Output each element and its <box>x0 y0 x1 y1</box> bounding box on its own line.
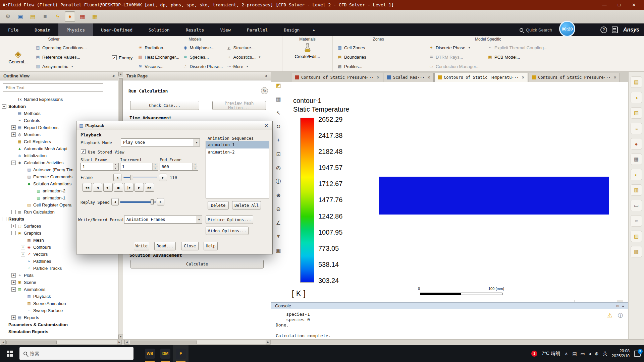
info-icon[interactable]: ⓘ <box>273 176 284 187</box>
graphics-tab[interactable]: Contours of Static Temperatu··· ✕ <box>434 73 528 82</box>
tree-toggle-icon[interactable]: + <box>21 245 25 249</box>
delete-all-button[interactable]: Delete All <box>232 201 261 209</box>
console-output[interactable]: species-1 species-0Done.Calculation comp… <box>271 309 628 339</box>
ribbon-item[interactable]: ▥ Heat Exchanger... <box>136 52 181 62</box>
tree-toggle-icon[interactable]: − <box>11 161 16 165</box>
step-forward-button[interactable]: |▶ <box>124 183 133 192</box>
close-icon[interactable]: ✕ <box>522 75 525 80</box>
ribbon-item[interactable]: ◉ Multiphase... <box>181 43 225 52</box>
console-detach-icon[interactable]: ⊞ <box>616 304 619 308</box>
last-frame-button[interactable]: ▶▶ <box>145 183 154 192</box>
slider-thumb[interactable] <box>130 175 133 180</box>
tree-toggle-icon[interactable] <box>11 139 16 144</box>
menu-tab[interactable]: Results <box>178 23 212 36</box>
tree-toggle-icon[interactable]: − <box>2 104 6 109</box>
tree-toggle-icon[interactable]: − <box>2 217 6 221</box>
tree-toggle-icon[interactable] <box>11 118 16 123</box>
minimize-button[interactable]: — <box>597 0 612 10</box>
grid-gold-icon[interactable]: ▦ <box>90 11 100 22</box>
journal-panel-icon[interactable] <box>612 26 618 33</box>
tree-toggle-icon[interactable] <box>21 175 25 179</box>
end-frame-spinner[interactable]: ▲▼ <box>160 163 198 171</box>
fill-section-icon[interactable]: ▼ <box>273 231 284 242</box>
timer-badge[interactable]: 00:20 <box>559 21 575 37</box>
tray-storage-icon[interactable]: ▭ <box>581 351 585 356</box>
maximize-button[interactable]: □ <box>612 0 627 10</box>
first-frame-button[interactable]: ◀◀ <box>83 183 92 192</box>
tray-network-icon[interactable]: ⊕ <box>595 351 599 356</box>
tree-toggle-icon[interactable] <box>30 189 35 193</box>
warning-icon[interactable]: ⚠ <box>607 312 612 319</box>
ribbon-item[interactable]: + Discrete Phase ▼ <box>427 43 486 52</box>
record-format-select[interactable]: Animation Frames ▼ <box>124 216 202 224</box>
tree-toggle-icon[interactable] <box>21 308 25 313</box>
composite-icon[interactable]: ▩ <box>631 246 642 257</box>
taskbar-clock[interactable]: 20:08 2025/2/10 <box>612 349 630 359</box>
check-case-button[interactable]: Check Case... <box>130 101 199 110</box>
plot-window-icon[interactable]: ≈ <box>631 215 642 227</box>
console-header[interactable]: Console ⊞≡ <box>271 302 628 309</box>
create-edit-materials-button[interactable]: Create/Edit... <box>292 43 323 59</box>
graphics-tab[interactable]: Contours of Static Pressure··· ✕ <box>529 73 620 82</box>
increment-input[interactable] <box>120 163 152 170</box>
collapse-panel-icon[interactable]: < <box>265 74 267 78</box>
tree-item[interactable]: ▥ Scene Animation <box>0 300 118 307</box>
animation-sequence-item[interactable]: animation-1 <box>206 141 269 148</box>
workbench-app[interactable]: WB <box>142 345 158 362</box>
menu-tab[interactable]: Solution <box>141 23 178 36</box>
graphics-tab[interactable]: Scaled Res··· ✕ <box>384 73 434 82</box>
tree-toggle-icon[interactable]: − <box>11 287 16 292</box>
frame-slider[interactable] <box>123 174 157 181</box>
ribbon-item[interactable]: ∴ Discrete Phase... <box>181 62 225 71</box>
tree-toggle-icon[interactable] <box>21 301 25 306</box>
menu-tab[interactable]: Design <box>276 23 308 36</box>
console-menu-icon[interactable]: ≡ <box>622 304 624 308</box>
tree-item[interactable]: ▤ Methods <box>0 110 118 117</box>
spinner-arrows[interactable]: ▲▼ <box>152 163 158 170</box>
workbench-icon[interactable]: ⚙ <box>3 11 13 22</box>
tree-toggle-icon[interactable] <box>11 154 16 158</box>
tree-toggle-icon[interactable]: + <box>11 315 16 320</box>
delete-button[interactable]: Delete <box>208 201 229 209</box>
taskbar-search-input[interactable] <box>30 351 110 356</box>
playback-mode-select[interactable]: Play Once ▼ <box>121 138 200 146</box>
notification-center-icon[interactable]: 5 <box>634 351 641 357</box>
outline-hscrollbar[interactable]: ◀ ▶ <box>1 340 122 345</box>
tree-toggle-icon[interactable]: + <box>21 252 25 256</box>
layout-grid-icon[interactable]: ▦ <box>273 94 284 104</box>
ribbon-item[interactable]: ≣ DTRM Rays... <box>427 52 486 62</box>
tree-item[interactable]: − ▥ Animations <box>0 286 118 293</box>
design-modeler-app[interactable]: DM <box>158 345 173 362</box>
write-button[interactable]: Write <box>134 242 149 250</box>
close-icon[interactable]: ✕ <box>377 75 380 80</box>
pan-icon[interactable]: + <box>273 135 284 145</box>
frame-forward-button[interactable]: ▶ <box>159 174 167 181</box>
spinner-arrows[interactable]: ▲▼ <box>113 163 118 170</box>
zoom-out-icon[interactable]: ⊖ <box>273 203 284 214</box>
probe-icon[interactable]: ◎ <box>273 162 284 173</box>
tree-toggle-icon[interactable] <box>21 266 25 270</box>
close-dialog-button[interactable]: Close <box>181 242 199 250</box>
tree-toggle-icon[interactable]: + <box>11 132 16 137</box>
menu-tab[interactable]: File <box>0 23 26 36</box>
scroll-right-icon[interactable]: ▶ <box>117 340 122 345</box>
ribbon-item[interactable]: ☀ Radiation... <box>136 43 181 52</box>
help-button[interactable]: Help <box>204 242 218 250</box>
picture-options-button[interactable]: Picture Options... <box>206 216 253 224</box>
news-badge[interactable]: 1 <box>531 351 537 357</box>
tree-toggle-icon[interactable] <box>21 203 25 207</box>
quick-search[interactable]: Quick Search <box>520 23 557 36</box>
tree-toggle-icon[interactable] <box>2 322 6 327</box>
pointer-icon[interactable]: ↖ <box>273 107 284 118</box>
ribbon-item[interactable]: ≋ Viscous... <box>136 62 181 71</box>
menu-tab[interactable]: User-Defined <box>93 23 141 36</box>
tree-toggle-icon[interactable] <box>21 238 25 242</box>
start-button[interactable] <box>0 345 19 362</box>
tree-toggle-icon[interactable] <box>30 196 35 200</box>
tree-item[interactable]: + ▣ Scene <box>0 279 118 286</box>
use-stored-view-checkbox[interactable]: ✓ <box>81 149 86 154</box>
rotate-view-icon[interactable]: ↻ <box>273 121 284 132</box>
start-frame-spinner[interactable]: ▲▼ <box>80 163 119 171</box>
lightning-icon[interactable]: ϟ <box>52 11 63 22</box>
collapse-panel-icon[interactable]: < <box>112 74 115 78</box>
